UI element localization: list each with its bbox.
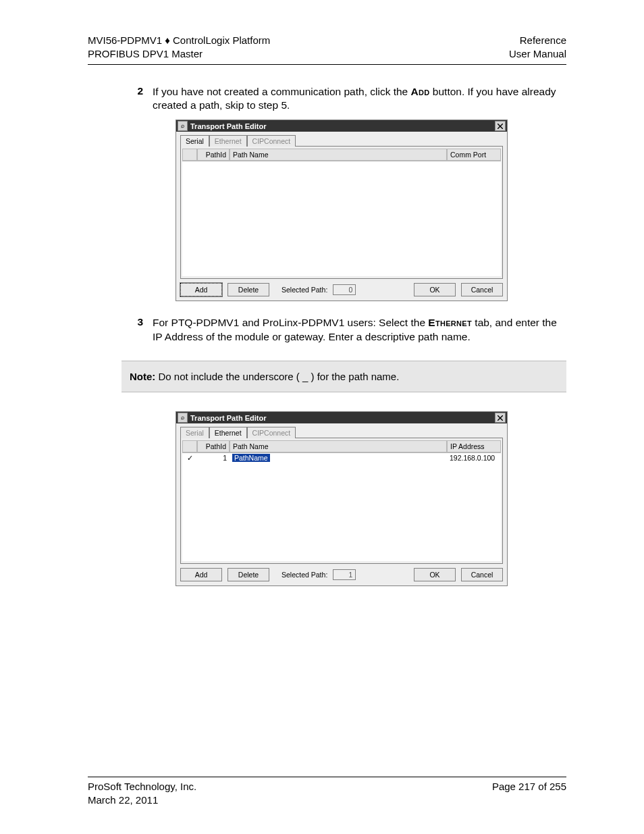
search-icon: ⌕ <box>178 121 188 131</box>
dialog-footer: Add Delete Selected Path: 1 OK Cancel <box>176 564 507 585</box>
step-number: 2 <box>122 85 153 113</box>
row-pathid: 1 <box>197 454 230 462</box>
delete-button[interactable]: Delete <box>227 568 269 581</box>
table-row[interactable]: ✓ 1 PathName 192.168.0.100 <box>182 453 501 463</box>
step-body: For PTQ-PDPMV1 and ProLinx-PDPMV1 users:… <box>153 316 566 344</box>
selected-path-label: Selected Path: <box>281 286 327 294</box>
transport-path-editor-dialog-serial: ⌕ Transport Path Editor Serial Ethernet … <box>176 120 508 301</box>
header-right: Reference User Manual <box>509 34 566 61</box>
row-ipaddress: 192.168.0.100 <box>447 454 501 462</box>
header-left-line2: PROFIBUS DPV1 Master <box>88 47 270 61</box>
header-right-line1: Reference <box>509 34 566 47</box>
cancel-button[interactable]: Cancel <box>461 283 503 296</box>
step2-bold: Add <box>411 86 430 97</box>
tab-panel: PathId Path Name Comm Port <box>180 146 503 279</box>
header-left-line1: MVI56-PDPMV1 ♦ ControlLogix Platform <box>88 34 270 47</box>
list-body[interactable] <box>182 161 501 276</box>
note-block: Note: Do not include the underscore ( _ … <box>122 361 566 392</box>
col-check[interactable] <box>182 149 197 161</box>
tab-ethernet[interactable]: Ethernet <box>209 135 247 147</box>
row-pathname: PathName <box>232 454 270 462</box>
tab-strip: Serial Ethernet CIPConnect <box>176 423 507 438</box>
step-2: 2 If you have not created a communicatio… <box>122 85 566 113</box>
ok-button[interactable]: OK <box>414 568 456 581</box>
selected-path-value: 1 <box>333 569 356 580</box>
transport-path-editor-dialog-ethernet: ⌕ Transport Path Editor Serial Ethernet … <box>176 411 508 586</box>
document-page: MVI56-PDPMV1 ♦ ControlLogix Platform PRO… <box>0 0 644 834</box>
close-icon[interactable] <box>495 413 506 423</box>
step3-bold: Ethernet <box>428 317 472 328</box>
note-text: Do not include the underscore ( _ ) for … <box>155 371 399 382</box>
tab-cipconnect[interactable]: CIPConnect <box>247 427 296 438</box>
list-body[interactable]: ✓ 1 PathName 192.168.0.100 <box>182 452 501 561</box>
step-number: 3 <box>122 316 153 344</box>
col-ipaddress[interactable]: IP Address <box>447 440 501 452</box>
col-pathid[interactable]: PathId <box>197 149 230 161</box>
ok-button[interactable]: OK <box>414 283 456 296</box>
header-right-line2: User Manual <box>509 47 566 61</box>
tab-serial[interactable]: Serial <box>180 427 209 438</box>
col-pathname[interactable]: Path Name <box>230 149 447 161</box>
dialog-titlebar[interactable]: ⌕ Transport Path Editor <box>176 412 507 423</box>
tab-serial[interactable]: Serial <box>180 135 209 147</box>
dialog-title: Transport Path Editor <box>190 414 495 422</box>
col-pathname[interactable]: Path Name <box>230 440 447 452</box>
dialog-title: Transport Path Editor <box>190 122 495 130</box>
dialog-titlebar[interactable]: ⌕ Transport Path Editor <box>176 120 507 132</box>
footer-left: ProSoft Technology, Inc. March 22, 2011 <box>88 780 196 808</box>
cancel-button[interactable]: Cancel <box>461 568 503 581</box>
row-pathname-cell[interactable]: PathName <box>230 454 447 462</box>
list-header: PathId Path Name Comm Port <box>182 149 501 161</box>
selected-path-value: 0 <box>333 284 356 295</box>
selected-path-label: Selected Path: <box>281 571 327 579</box>
footer-company: ProSoft Technology, Inc. <box>88 780 196 793</box>
header-left: MVI56-PDPMV1 ♦ ControlLogix Platform PRO… <box>88 34 270 61</box>
step3-pre: For PTQ-PDPMV1 and ProLinx-PDPMV1 users:… <box>153 317 428 328</box>
col-check[interactable] <box>182 440 197 452</box>
delete-button[interactable]: Delete <box>227 283 269 296</box>
step2-pre: If you have not created a communication … <box>153 86 411 97</box>
add-button[interactable]: Add <box>180 568 222 581</box>
add-button[interactable]: Add <box>180 283 222 296</box>
page-footer: ProSoft Technology, Inc. March 22, 2011 … <box>88 777 566 808</box>
tab-cipconnect[interactable]: CIPConnect <box>247 135 296 147</box>
footer-pagenum: Page 217 of 255 <box>492 780 566 808</box>
search-icon: ⌕ <box>178 413 188 423</box>
list-header: PathId Path Name IP Address <box>182 440 501 452</box>
col-commport[interactable]: Comm Port <box>447 149 501 161</box>
close-icon[interactable] <box>495 121 506 131</box>
tab-strip: Serial Ethernet CIPConnect <box>176 132 507 146</box>
tab-panel: PathId Path Name IP Address ✓ 1 PathName… <box>180 438 503 564</box>
footer-date: March 22, 2011 <box>88 793 196 807</box>
page-header: MVI56-PDPMV1 ♦ ControlLogix Platform PRO… <box>88 34 566 65</box>
check-icon: ✓ <box>182 454 197 462</box>
step-3: 3 For PTQ-PDPMV1 and ProLinx-PDPMV1 user… <box>122 316 566 344</box>
dialog-footer: Add Delete Selected Path: 0 OK Cancel <box>176 279 507 301</box>
col-pathid[interactable]: PathId <box>197 440 230 452</box>
note-label: Note: <box>130 371 155 382</box>
step-body: If you have not created a communication … <box>153 85 566 113</box>
tab-ethernet[interactable]: Ethernet <box>209 427 247 438</box>
